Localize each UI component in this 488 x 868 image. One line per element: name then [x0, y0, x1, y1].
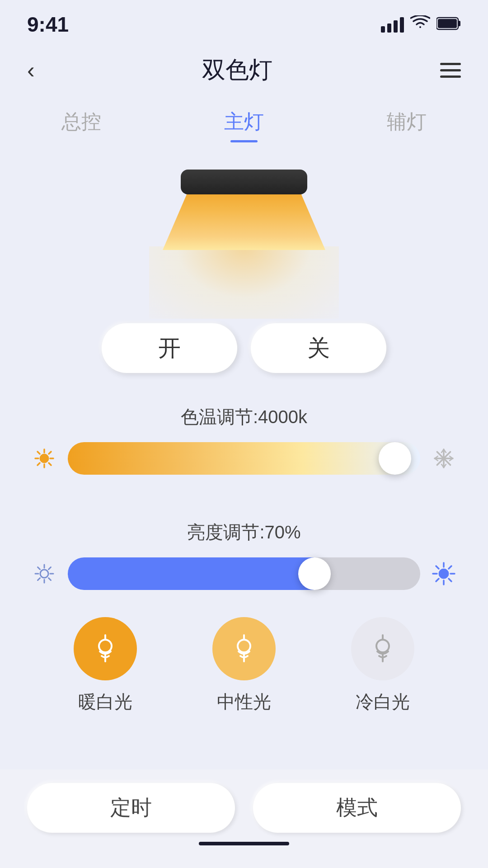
svg-point-50: [376, 640, 389, 652]
cool-snowflake-icon: [431, 446, 456, 471]
svg-line-32: [38, 578, 40, 580]
svg-point-42: [99, 640, 112, 652]
brightness-section: 亮度调节:70%: [0, 511, 488, 604]
color-temp-section: 色温调节:4000k: [0, 396, 488, 488]
mode-neutral[interactable]: 中性光: [212, 617, 276, 714]
menu-line-2: [440, 69, 461, 71]
signal-icon: [381, 16, 404, 33]
tab-aux[interactable]: 辅灯: [325, 108, 488, 142]
light-modes: 暖白光 中性光 冷白光: [0, 604, 488, 732]
power-off-button[interactable]: 关: [251, 323, 386, 373]
svg-line-31: [49, 567, 51, 570]
color-temp-thumb[interactable]: [379, 442, 411, 475]
mode-warm[interactable]: 暖白光: [74, 617, 137, 714]
warm-sun-icon: [32, 446, 57, 471]
status-time: 9:41: [27, 12, 69, 37]
mode-warm-label: 暖白光: [78, 689, 132, 714]
lamp-glow: [149, 246, 339, 319]
menu-line-1: [440, 63, 461, 65]
color-temp-row: [32, 442, 456, 475]
svg-line-40: [449, 566, 451, 569]
mode-cool[interactable]: 冷白光: [351, 617, 414, 714]
svg-line-41: [436, 579, 439, 581]
status-icons: [381, 15, 461, 33]
timer-button[interactable]: 定时: [27, 783, 235, 833]
power-on-button[interactable]: 开: [102, 323, 237, 373]
wifi-icon: [410, 15, 430, 33]
color-temp-slider[interactable]: [68, 442, 420, 475]
mode-neutral-label: 中性光: [217, 689, 271, 714]
status-bar: 9:41: [0, 0, 488, 41]
battery-icon: [436, 17, 461, 32]
brightness-row: [32, 557, 456, 590]
home-indicator: [199, 842, 289, 845]
back-button[interactable]: ‹: [27, 59, 35, 81]
svg-point-24: [40, 570, 48, 578]
brightness-high-icon: [431, 561, 456, 586]
svg-point-46: [238, 640, 250, 652]
brightness-low-icon: [32, 561, 57, 586]
mode-cool-label: 冷白光: [356, 689, 410, 714]
bottom-bar: 定时 模式: [0, 769, 488, 868]
bottom-buttons: 定时 模式: [27, 783, 461, 833]
header: ‹ 双色灯: [0, 41, 488, 99]
svg-rect-1: [458, 21, 460, 26]
tab-main[interactable]: 主灯: [163, 108, 325, 142]
color-temp-label: 色温调节:4000k: [32, 405, 456, 429]
brightness-slider[interactable]: [68, 557, 420, 590]
svg-line-10: [49, 452, 51, 454]
mode-neutral-circle: [212, 617, 276, 680]
svg-point-3: [40, 454, 49, 463]
svg-point-33: [439, 569, 449, 579]
svg-line-29: [38, 567, 40, 570]
svg-line-8: [38, 452, 40, 454]
page-title: 双色灯: [202, 54, 272, 86]
mode-cool-circle: [351, 617, 414, 680]
lamp-wrapper: [158, 170, 330, 314]
svg-line-39: [449, 579, 451, 581]
mode-warm-circle: [74, 617, 137, 680]
lamp-base: [181, 170, 307, 194]
svg-line-30: [49, 578, 51, 580]
mode-button[interactable]: 模式: [253, 783, 461, 833]
svg-line-38: [436, 566, 439, 569]
tab-total[interactable]: 总控: [0, 108, 163, 142]
tabs: 总控 主灯 辅灯: [0, 99, 488, 160]
menu-button[interactable]: [440, 63, 461, 78]
svg-rect-2: [438, 19, 457, 28]
svg-line-11: [38, 463, 40, 465]
brightness-thumb[interactable]: [298, 557, 331, 590]
lamp-visualization: [0, 160, 488, 314]
menu-line-3: [440, 75, 461, 78]
brightness-label: 亮度调节:70%: [32, 520, 456, 545]
power-buttons: 开 关: [0, 314, 488, 396]
svg-line-9: [49, 463, 51, 465]
